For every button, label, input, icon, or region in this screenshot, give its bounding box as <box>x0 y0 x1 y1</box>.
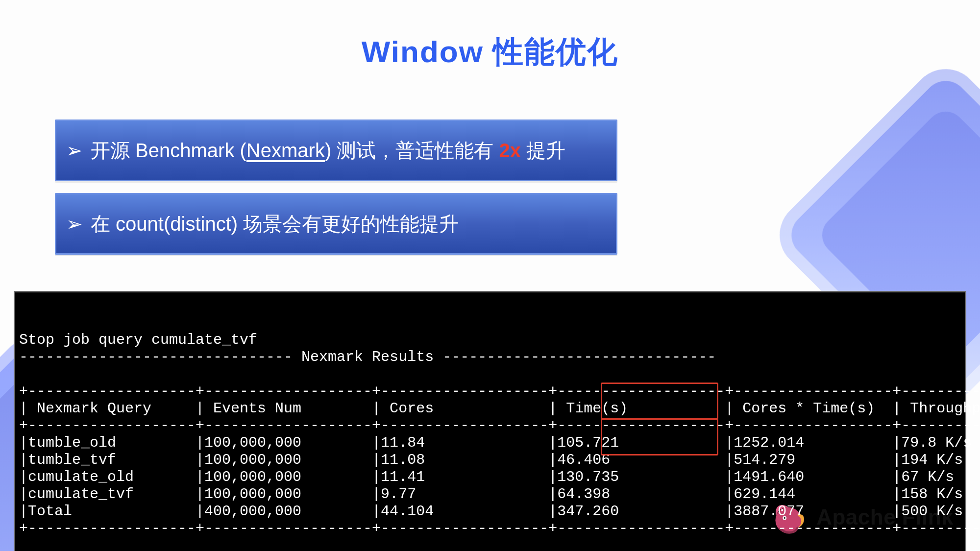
bullet-text-2: 在 count(distinct) 场景会有更好的性能提升 <box>91 211 459 238</box>
bullet-item-2: ➢ 在 count(distinct) 场景会有更好的性能提升 <box>55 193 617 255</box>
bullet1-post-a: ) 测试，普适性能有 <box>325 140 499 161</box>
bullet1-link: Nexmark <box>246 140 325 161</box>
slide-title: Window 性能优化 <box>0 31 980 72</box>
bullet-item-1: ➢ 开源 Benchmark (Nexmark) 测试，普适性能有 2x 提升 <box>55 120 617 181</box>
bullet1-post-b: 提升 <box>521 140 565 161</box>
bullet-arrow-icon: ➢ <box>66 139 83 162</box>
terminal-output: Stop job query cumulate_tvf ------------… <box>14 291 966 551</box>
terminal-text: Stop job query cumulate_tvf ------------… <box>19 332 961 537</box>
bullet-text-1: 开源 Benchmark (Nexmark) 测试，普适性能有 2x 提升 <box>91 137 565 164</box>
bullet1-highlight: 2x <box>499 140 521 161</box>
bullet-arrow-icon: ➢ <box>66 213 83 235</box>
bullet1-pre: 开源 Benchmark ( <box>91 140 246 161</box>
